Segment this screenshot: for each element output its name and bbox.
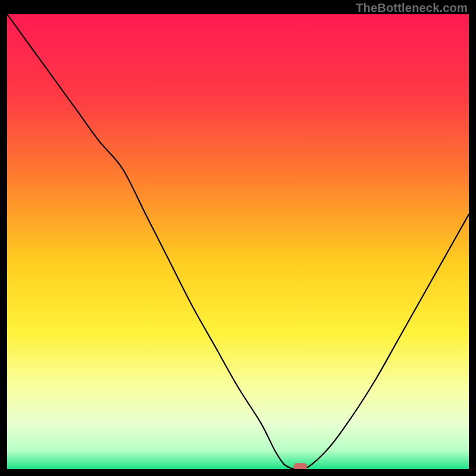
chart-frame: TheBottleneck.com [0,0,476,476]
minimum-marker [294,463,307,469]
watermark-text: TheBottleneck.com [356,1,468,15]
chart-svg [7,14,469,469]
gradient-background [7,14,469,469]
plot-area [7,14,469,469]
